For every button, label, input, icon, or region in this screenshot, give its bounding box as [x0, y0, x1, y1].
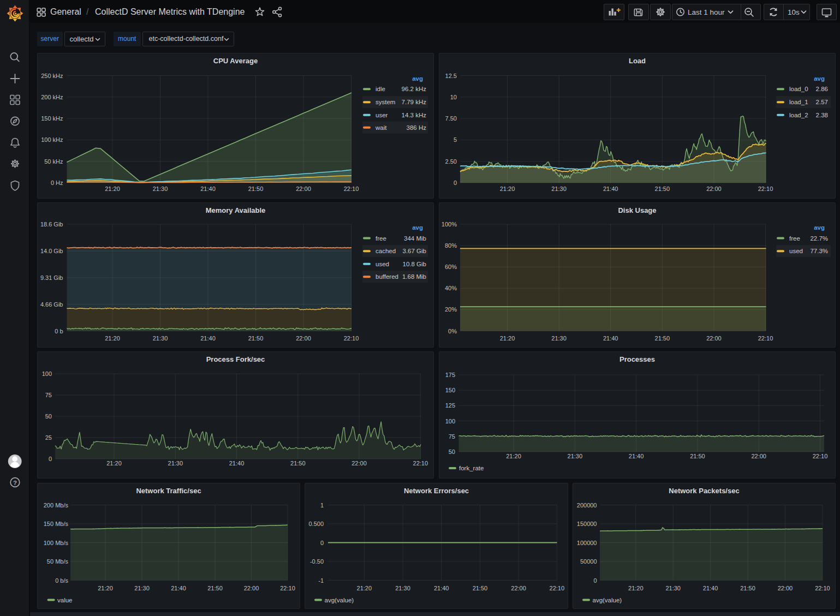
svg-text:Last 1 hour: Last 1 hour	[688, 8, 725, 16]
svg-text:22:00: 22:00	[511, 585, 526, 591]
svg-text:21:20: 21:20	[628, 585, 644, 591]
svg-text:?: ?	[13, 480, 17, 486]
svg-text:user: user	[376, 112, 388, 118]
svg-text:0: 0	[454, 180, 457, 186]
svg-text:system: system	[376, 99, 395, 105]
svg-text:0 b/s: 0 b/s	[55, 577, 68, 584]
svg-text:0: 0	[320, 540, 324, 546]
svg-text:-1: -1	[318, 577, 324, 584]
svg-text:avg: avg	[412, 224, 423, 231]
svg-text:2.38: 2.38	[816, 112, 828, 118]
svg-text:21:40: 21:40	[200, 335, 216, 342]
svg-text:60%: 60%	[445, 264, 457, 270]
svg-text:3.67 Gib: 3.67 Gib	[403, 248, 426, 254]
svg-text:21:40: 21:40	[629, 453, 644, 459]
svg-text:21:40: 21:40	[434, 585, 449, 591]
svg-text:0 Hz: 0 Hz	[51, 180, 63, 186]
svg-text:2.50: 2.50	[445, 158, 457, 165]
svg-text:value: value	[57, 597, 73, 603]
svg-text:21:20: 21:20	[500, 186, 515, 192]
svg-text:0%: 0%	[448, 328, 457, 334]
svg-text:12.5: 12.5	[445, 73, 457, 79]
svg-text:21:30: 21:30	[153, 186, 168, 192]
svg-text:Network Packets/sec: Network Packets/sec	[669, 487, 739, 495]
svg-text:7.79 kHz: 7.79 kHz	[402, 99, 427, 105]
svg-text:avg: avg	[412, 75, 423, 82]
svg-text:idle: idle	[376, 86, 385, 92]
svg-text:10.8 Gib: 10.8 Gib	[403, 261, 426, 267]
svg-text:2.86: 2.86	[816, 86, 828, 92]
svg-text:200 Mb/s: 200 Mb/s	[44, 502, 69, 509]
svg-text:avg: avg	[814, 224, 825, 231]
svg-text:150 kHz: 150 kHz	[41, 115, 63, 122]
svg-text:1: 1	[320, 502, 324, 509]
svg-text:200 kHz: 200 kHz	[41, 94, 63, 100]
svg-text:21:40: 21:40	[603, 186, 618, 192]
svg-text:0: 0	[593, 577, 597, 584]
svg-text:100 kHz: 100 kHz	[41, 136, 63, 143]
svg-text:Network Errors/sec: Network Errors/sec	[404, 487, 469, 495]
svg-text:21:50: 21:50	[473, 585, 488, 591]
svg-text:21:30: 21:30	[168, 460, 183, 467]
svg-text:22:10: 22:10	[815, 585, 830, 591]
svg-text:21:30: 21:30	[551, 335, 567, 342]
svg-text:22:10: 22:10	[550, 585, 565, 591]
svg-text:22:10: 22:10	[280, 585, 295, 591]
svg-text:Load: Load	[629, 57, 646, 65]
svg-text:Processes: Processes	[619, 355, 655, 363]
svg-text:250 kHz: 250 kHz	[41, 73, 63, 79]
svg-text:22:00: 22:00	[751, 453, 766, 459]
svg-text:100: 100	[42, 370, 52, 377]
svg-text:10: 10	[450, 94, 457, 100]
svg-text:load_2: load_2	[789, 112, 808, 118]
svg-text:100 Mb/s: 100 Mb/s	[44, 540, 69, 546]
svg-text:50000: 50000	[580, 558, 597, 565]
svg-text:21:30: 21:30	[134, 585, 150, 591]
svg-text:21:50: 21:50	[207, 585, 223, 591]
svg-text:75: 75	[45, 392, 52, 398]
svg-text:150: 150	[445, 387, 455, 393]
svg-text:200000: 200000	[577, 502, 597, 509]
svg-text:77.3%: 77.3%	[810, 248, 828, 254]
svg-text:22:00: 22:00	[244, 585, 259, 591]
svg-text:avg(value): avg(value)	[593, 597, 622, 603]
svg-text:21:40: 21:40	[200, 186, 216, 192]
svg-text:21:30: 21:30	[153, 335, 168, 342]
svg-text:buffered: buffered	[376, 273, 398, 280]
svg-text:0.500: 0.500	[308, 521, 324, 527]
svg-text:free: free	[376, 235, 386, 242]
svg-text:0 b: 0 b	[55, 328, 63, 334]
svg-text:22:10: 22:10	[413, 460, 428, 467]
svg-text:21:30: 21:30	[395, 585, 410, 591]
svg-text:2.57: 2.57	[816, 99, 828, 105]
svg-text:100000: 100000	[577, 540, 597, 546]
svg-text:Process Fork/sec: Process Fork/sec	[206, 355, 265, 363]
svg-text:9.31 Gib: 9.31 Gib	[40, 274, 63, 281]
svg-text:22:00: 22:00	[778, 585, 793, 591]
svg-text:21:20: 21:20	[105, 335, 120, 342]
svg-text:Memory Available: Memory Available	[206, 206, 266, 214]
svg-text:22:10: 22:10	[758, 335, 773, 342]
svg-text:Network Traffic/sec: Network Traffic/sec	[136, 487, 201, 495]
svg-text:4.66 Gib: 4.66 Gib	[40, 301, 63, 308]
svg-text:22:00: 22:00	[706, 335, 722, 342]
svg-text:175: 175	[445, 372, 455, 378]
svg-text:wait: wait	[375, 124, 387, 131]
svg-text:22:10: 22:10	[344, 335, 359, 342]
svg-text:22:00: 22:00	[706, 186, 722, 192]
svg-text:21:20: 21:20	[106, 460, 122, 467]
svg-text:386 Hz: 386 Hz	[407, 124, 427, 131]
svg-text:CPU Average: CPU Average	[213, 57, 258, 65]
svg-text:Disk Usage: Disk Usage	[618, 206, 656, 214]
svg-text:21:40: 21:40	[603, 335, 618, 342]
svg-text:21:50: 21:50	[655, 186, 670, 192]
svg-text:21:40: 21:40	[229, 460, 245, 467]
svg-text:14.0 Gib: 14.0 Gib	[40, 248, 63, 254]
svg-text:5: 5	[454, 136, 457, 143]
svg-text:50: 50	[45, 413, 52, 420]
svg-text:10s: 10s	[788, 8, 800, 16]
svg-text:21:50: 21:50	[248, 186, 264, 192]
svg-text:25: 25	[45, 434, 52, 441]
svg-text:96.2 kHz: 96.2 kHz	[402, 86, 427, 92]
svg-text:344 Mib: 344 Mib	[404, 235, 426, 242]
